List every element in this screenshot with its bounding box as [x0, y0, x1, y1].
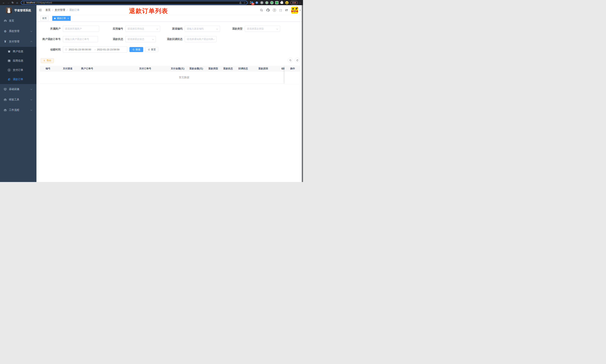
browser-menu-icon[interactable]: ⋮ — [299, 1, 302, 4]
url-path: :1024/pay/refund — [35, 1, 52, 4]
page-content: 所属商户 请选择所属商户 应用编号 请选择应用信息 渠道编码 请输入渠道编码 退… — [37, 22, 303, 182]
extension-diamond-icon[interactable]: 10 — [250, 1, 253, 4]
sidebar-item-system[interactable]: ⚙ 系统管理 — [0, 26, 37, 37]
export-button-label: 导出 — [47, 59, 51, 62]
breadcrumb-home[interactable]: 首页 — [45, 8, 51, 12]
filter-label-app: 应用编号 — [86, 26, 123, 32]
chevron-up-icon — [30, 41, 32, 43]
sidebar-item-label: 基础设施 — [9, 88, 19, 91]
search-button-label: 搜索 — [136, 48, 140, 51]
gear-icon: ⚙ — [3, 30, 7, 33]
notify-status-select[interactable]: 请选择通知商户退款结果的 — [185, 36, 216, 42]
main-area: 首页 / 支付管理 / 退款订单 退款订单列表 ? tT ▾ — [37, 5, 303, 182]
extension-circle-icon[interactable] — [265, 1, 268, 4]
filter-label-type: 退款类型 — [205, 26, 243, 32]
sidebar-item-label: 系统管理 — [9, 30, 19, 33]
app-logo-rabbit — [6, 7, 12, 13]
extension-chat-icon[interactable]: ⋯ — [275, 1, 278, 4]
tag-home[interactable]: 首页 — [40, 16, 49, 21]
browser-update-button[interactable]: 更新 — [290, 1, 298, 4]
chevron-down-icon — [30, 30, 32, 32]
table-header: 编号 支付渠道 商户订单号 支付订单号 支付金额(元) 退款金额(元) 退款类型… — [40, 66, 301, 71]
sidebar-item-label: 应用信息 — [13, 59, 23, 63]
sidebar-item-pay[interactable]: ¥ 支付管理 — [0, 37, 37, 47]
user-avatar[interactable] — [291, 7, 298, 14]
address-bar[interactable]: localhost:1024/pay/refund ☆ — [21, 1, 248, 5]
clock-icon — [65, 48, 67, 51]
tag-refund-order[interactable]: 退款订单× — [52, 16, 71, 21]
create-time-range-picker[interactable]: 2022-01-23 00:00:00 - 2022-01-23 23:59:5… — [63, 46, 127, 52]
briefcase-icon — [3, 98, 7, 101]
hamburger-icon[interactable] — [39, 8, 42, 12]
extension-gem-icon[interactable] — [255, 1, 258, 4]
sidebar-item-app-info[interactable]: 应用信息 — [0, 56, 37, 65]
column-header: 支付金额(元) — [171, 66, 184, 71]
extension-yudao-icon[interactable]: y — [270, 1, 273, 4]
sidebar-item-devtools[interactable]: 研发工具 — [0, 94, 37, 105]
sidebar-item-label: 支付管理 — [9, 40, 19, 43]
sidebar-item-infra[interactable]: 基础设施 — [0, 84, 37, 94]
font-size-icon[interactable]: tT — [285, 9, 288, 12]
extensions-puzzle-icon[interactable] — [280, 1, 283, 4]
sidebar-submenu-pay: 商户信息 应用信息 ¥ 支付订单 退款订单 — [0, 47, 37, 84]
browser-back-icon[interactable]: ← — [1, 0, 6, 5]
extensions-area: 10 ⌘ y ⋯ — [250, 1, 289, 4]
export-button[interactable]: 导出 — [41, 58, 54, 63]
search-icon[interactable] — [260, 9, 263, 12]
yen-circle-icon: ¥ — [7, 69, 11, 72]
navbar: 首页 / 支付管理 / 退款订单 退款订单列表 ? tT ▾ — [37, 5, 303, 15]
help-icon[interactable]: ? — [273, 9, 276, 12]
tag-close-icon[interactable]: × — [67, 17, 69, 20]
breadcrumb: 首页 / 支付管理 / 退款订单 — [45, 8, 79, 12]
sidebar-item-merchant-info[interactable]: 商户信息 — [0, 47, 37, 56]
search-icon — [132, 49, 135, 51]
column-header: 退款类型 — [208, 66, 218, 71]
window-scrollbar[interactable] — [302, 5, 303, 182]
dashboard-icon — [3, 19, 7, 23]
breadcrumb-current: 退款订单 — [69, 8, 79, 12]
app-title: 芋道管理系统 — [14, 9, 31, 12]
column-header: 退款原因 — [258, 66, 268, 71]
app-logo-row[interactable]: 芋道管理系统 — [0, 5, 37, 16]
sidebar-item-refund-order[interactable]: 退款订单 — [0, 75, 37, 84]
column-header: 退款金额(元) — [189, 66, 203, 71]
placeholder-text: 请选择通知商户退款结果的 — [187, 38, 213, 41]
browser-home-icon[interactable]: ⌂ — [15, 0, 19, 5]
profile-emoji-icon[interactable] — [285, 1, 289, 4]
chevron-down-icon — [30, 99, 32, 100]
search-button[interactable]: 搜索 — [130, 47, 143, 52]
browser-reload-icon[interactable]: ↻ — [10, 0, 15, 5]
refund-table: 编号 支付渠道 商户订单号 支付订单号 支付金额(元) 退款金额(元) 退款类型… — [40, 66, 301, 84]
document-icon — [7, 78, 11, 81]
avatar-caret-icon[interactable]: ▾ — [300, 9, 301, 11]
fullscreen-icon[interactable] — [279, 9, 282, 12]
chevron-down-icon — [213, 38, 215, 40]
breadcrumb-pay[interactable]: 支付管理 — [55, 8, 65, 12]
app-window: ← → ↻ ⌂ localhost:1024/pay/refund ☆ 10 ⌘… — [0, 0, 303, 182]
site-info-icon[interactable] — [23, 1, 25, 4]
breadcrumb-separator: / — [52, 9, 53, 12]
placeholder-text: 请选择退款类型 — [247, 27, 278, 30]
browser-forward-icon[interactable]: → — [6, 0, 10, 5]
sidebar-item-home[interactable]: 首页 — [0, 16, 37, 26]
yen-icon: ¥ — [3, 40, 7, 43]
extension-command-icon[interactable]: ⌘ — [260, 1, 263, 4]
sidebar-item-label: 研发工具 — [9, 98, 19, 101]
sidebar-item-pay-order[interactable]: ¥ 支付订单 — [0, 65, 37, 75]
search-icon — [289, 59, 292, 62]
share-icon[interactable] — [239, 1, 242, 4]
bookmark-star-icon[interactable]: ☆ — [243, 1, 246, 4]
toggle-search-button[interactable] — [288, 58, 293, 63]
reset-button[interactable]: 重置 — [145, 47, 158, 52]
fixed-action-column: 操作 — [284, 66, 301, 84]
filter-label-notify-status: 退款回调状态 — [145, 36, 183, 42]
reset-button-label: 重置 — [151, 48, 156, 51]
download-icon — [43, 60, 45, 62]
tag-label: 首页 — [42, 17, 47, 20]
url-text: localhost:1024/pay/refund — [26, 1, 52, 4]
sidebar-item-workflow[interactable]: 工作流程 — [0, 105, 37, 115]
refresh-table-button[interactable] — [295, 58, 300, 63]
refund-type-select[interactable]: 请选择退款类型 — [245, 26, 280, 32]
github-icon[interactable] — [266, 8, 270, 12]
tag-label: 退款订单 — [57, 17, 66, 20]
